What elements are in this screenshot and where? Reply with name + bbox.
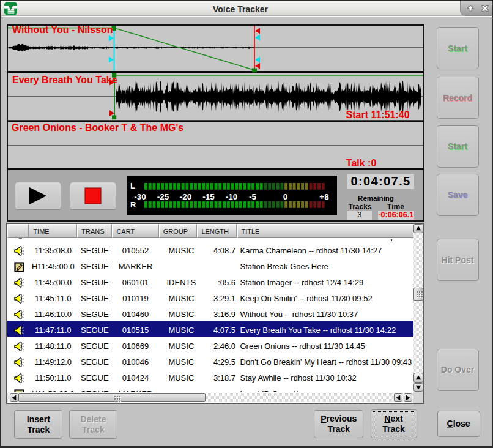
svg-text:-10: -10: [226, 192, 238, 201]
svg-text:Start 11:51:40: Start 11:51:40: [346, 110, 410, 120]
svg-text:Talk :0: Talk :0: [346, 158, 377, 168]
svg-text:-15: -15: [202, 192, 215, 201]
svg-text:+8: +8: [319, 192, 329, 201]
svg-text:Without You - Nilsson: Without You - Nilsson: [12, 26, 113, 35]
svg-text:Every Breath You Take: Every Breath You Take: [12, 75, 117, 85]
svg-text:-25: -25: [157, 192, 169, 201]
svg-text:L: L: [130, 181, 135, 190]
svg-text:-5: -5: [249, 192, 256, 201]
svg-text:Green Onions - Booker T & The: Green Onions - Booker T & The MG's: [12, 122, 183, 133]
svg-text:-30: -30: [134, 192, 146, 201]
svg-text:R: R: [130, 200, 136, 209]
svg-text:0: 0: [283, 192, 288, 201]
svg-text:-20: -20: [180, 192, 192, 201]
